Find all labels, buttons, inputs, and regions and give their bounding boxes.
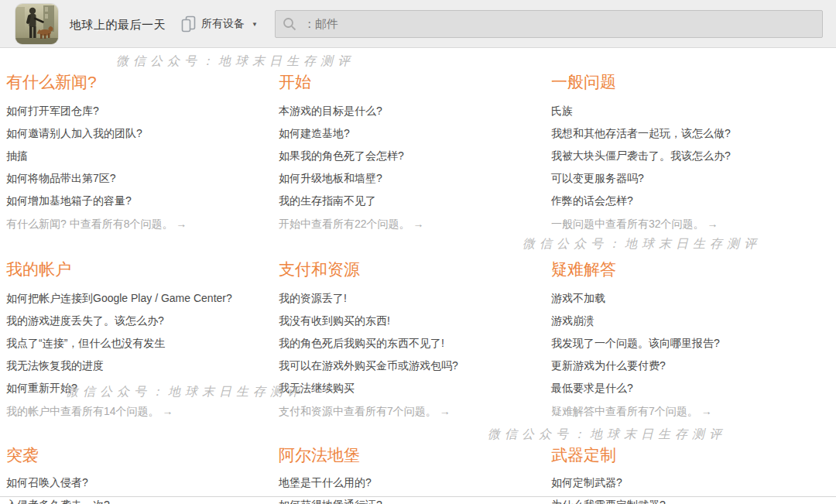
faq-question-row: 我无法恢复我的进度 [6, 355, 263, 377]
faq-question-link[interactable]: 我发现了一个问题。该向哪里报告? [551, 337, 720, 351]
faq-question-row: 我想和其他存活者一起玩，该怎么做? [551, 122, 808, 145]
faq-question-row: 最低要求是什么? [551, 377, 808, 399]
faq-section: 突袭 如何召唤入侵者?入侵者多久袭击一次? [6, 445, 263, 504]
faq-question-row: 如何把帐户连接到Google Play / Game Center? [6, 287, 263, 310]
faq-question-row: 我无法继续购买 [279, 377, 536, 399]
header: 地球上的最后一天 所有设备 ▼ [0, 0, 836, 48]
faq-section-title[interactable]: 支付和资源 [279, 259, 536, 279]
faq-question-row: 抽搐 [6, 145, 263, 167]
faq-question-list: 如何定制武器?为什么我需要定制武器? [551, 471, 808, 504]
faq-question-list: 氏族我想和其他存活者一起玩，该怎么做?我被大块头僵尸袭击了。我该怎么办?可以变更… [551, 100, 808, 212]
view-all-link[interactable]: 疑难解答中查看所有7个问题。 → [551, 405, 712, 417]
faq-question-link[interactable]: 地堡是干什么用的? [279, 476, 372, 490]
faq-question-link[interactable]: 我无法恢复我的进度 [6, 359, 104, 373]
faq-question-link[interactable]: 如何打开军团仓库? [6, 105, 99, 118]
game-app-icon [15, 4, 58, 44]
faq-section-title[interactable]: 开始 [279, 72, 536, 92]
faq-grid: 有什么新闻? 如何打开军团仓库?如何邀请别人加入我的团队?抽搐如何将物品带出第7… [6, 72, 836, 504]
faq-question-row: 作弊的话会怎样? [551, 190, 808, 212]
view-all-row: 一般问题中查看所有32个问题。 → [551, 216, 808, 231]
faq-question-list: 游戏不加载游戏崩溃我发现了一个问题。该向哪里报告?更新游戏为什么要付费?最低要求… [551, 287, 808, 399]
view-all-link[interactable]: 一般问题中查看所有32个问题。 → [551, 218, 718, 230]
faq-section: 支付和资源 我的资源丢了!我没有收到购买的东西!我的角色死后我购买的东西不见了!… [279, 259, 536, 445]
faq-question-link[interactable]: 如何升级地板和墙壁? [279, 172, 382, 186]
faq-question-row: 为什么我需要定制武器? [551, 494, 808, 504]
faq-question-list: 如何召唤入侵者?入侵者多久袭击一次? [6, 471, 263, 504]
faq-section: 疑难解答 游戏不加载游戏崩溃我发现了一个问题。该向哪里报告?更新游戏为什么要付费… [551, 259, 808, 445]
faq-question-link[interactable]: 为什么我需要定制武器? [551, 499, 666, 504]
faq-question-row: 如何定制武器? [551, 471, 808, 494]
faq-question-link[interactable]: 如何把帐户连接到Google Play / Game Center? [6, 292, 232, 306]
view-all-link[interactable]: 开始中查看所有22个问题。 → [279, 218, 423, 230]
faq-question-row: 可以变更服务器吗? [551, 167, 808, 190]
faq-question-row: 如何打开军团仓库? [6, 100, 263, 122]
faq-section-title[interactable]: 阿尔法地堡 [279, 445, 536, 465]
main-content: 有什么新闻? 如何打开军团仓库?如何邀请别人加入我的团队?抽搐如何将物品带出第7… [0, 48, 836, 504]
faq-question-link[interactable]: 我想和其他存活者一起玩，该怎么做? [551, 127, 731, 141]
faq-question-row: 入侵者多久袭击一次? [6, 494, 263, 504]
view-all-row: 开始中查看所有22个问题。 → [279, 216, 536, 231]
faq-question-link[interactable]: 作弊的话会怎样? [551, 194, 633, 208]
faq-question-link[interactable]: 我的生存指南不见了 [279, 194, 376, 208]
faq-section-title[interactable]: 疑难解答 [551, 259, 808, 279]
faq-question-link[interactable]: 如何增加基地箱子的容量? [6, 194, 132, 208]
faq-section: 我的帐户 如何把帐户连接到Google Play / Game Center?我… [6, 259, 263, 445]
faq-question-link[interactable]: 如何将物品带出第7区? [6, 172, 116, 186]
faq-question-row: 如何将物品带出第7区? [6, 167, 263, 190]
view-all-row: 我的帐户中查看所有14个问题。 → [6, 403, 263, 419]
faq-question-row: 我被大块头僵尸袭击了。我该怎么办? [551, 145, 808, 167]
faq-question-row: 如何升级地板和墙壁? [279, 167, 536, 190]
view-all-link[interactable]: 我的帐户中查看所有14个问题。 → [6, 405, 173, 417]
faq-question-link[interactable]: 本游戏的目标是什么? [279, 105, 382, 118]
faq-question-link[interactable]: 如何召唤入侵者? [6, 476, 88, 490]
faq-question-list: 地堡是干什么用的?如何获得地堡通行证? [279, 471, 536, 504]
faq-question-list: 本游戏的目标是什么?如何建造基地?如果我的角色死了会怎样?如何升级地板和墙壁?我… [279, 100, 536, 212]
faq-question-link[interactable]: 氏族 [551, 105, 573, 118]
faq-question-link[interactable]: 我的游戏进度丢失了。该怎么办? [6, 314, 164, 328]
faq-question-row: 我可以在游戏外购买金币或游戏包吗? [279, 355, 536, 377]
faq-section-title[interactable]: 突袭 [6, 445, 263, 465]
view-all-link[interactable]: 有什么新闻? 中查看所有8个问题。 → [6, 218, 187, 230]
faq-question-link[interactable]: 如果我的角色死了会怎样? [279, 149, 404, 163]
view-all-row: 疑难解答中查看所有7个问题。 → [551, 403, 808, 419]
faq-question-link[interactable]: 入侵者多久袭击一次? [6, 499, 110, 504]
faq-question-row: 如何重新开始? [6, 377, 263, 399]
faq-question-row: 我的资源丢了! [279, 287, 536, 310]
faq-question-link[interactable]: 如何重新开始? [6, 382, 77, 396]
faq-question-link[interactable]: 更新游戏为什么要付费? [551, 359, 666, 373]
faq-question-link[interactable]: 游戏崩溃 [551, 314, 594, 328]
faq-question-link[interactable]: 可以变更服务器吗? [551, 172, 644, 186]
faq-question-link[interactable]: 我被大块头僵尸袭击了。我该怎么办? [551, 149, 731, 163]
faq-question-link[interactable]: 我无法继续购买 [279, 382, 355, 396]
faq-question-link[interactable]: 抽搐 [6, 149, 28, 163]
faq-section-title[interactable]: 有什么新闻? [6, 72, 263, 92]
faq-question-row: 我发现了一个问题。该向哪里报告? [551, 332, 808, 355]
devices-icon [181, 15, 196, 33]
chevron-down-icon: ▼ [252, 21, 258, 28]
faq-question-row: 我没有收到购买的东西! [279, 310, 536, 332]
search-input[interactable] [275, 10, 823, 38]
faq-question-link[interactable]: 游戏不加载 [551, 292, 605, 306]
device-filter-dropdown[interactable]: 所有设备 ▼ [181, 15, 258, 33]
faq-section-title[interactable]: 一般问题 [551, 72, 808, 92]
faq-question-link[interactable]: 如何邀请别人加入我的团队? [6, 127, 142, 141]
faq-question-row: 本游戏的目标是什么? [279, 100, 536, 122]
faq-question-link[interactable]: 最低要求是什么? [551, 382, 633, 396]
faq-question-link[interactable]: 我点了“连接”，但什么也没有发生 [6, 337, 165, 351]
faq-question-row: 氏族 [551, 100, 808, 122]
search-box [275, 10, 823, 38]
faq-section-title[interactable]: 我的帐户 [6, 259, 263, 279]
faq-question-row: 如何获得地堡通行证? [279, 494, 536, 504]
faq-question-link[interactable]: 我没有收到购买的东西! [279, 314, 390, 328]
faq-section: 有什么新闻? 如何打开军团仓库?如何邀请别人加入我的团队?抽搐如何将物品带出第7… [6, 72, 263, 259]
faq-question-link[interactable]: 我的资源丢了! [279, 292, 347, 306]
faq-question-link[interactable]: 如何定制武器? [551, 476, 622, 490]
faq-question-link[interactable]: 我可以在游戏外购买金币或游戏包吗? [279, 359, 458, 373]
faq-question-link[interactable]: 我的角色死后我购买的东西不见了! [279, 337, 444, 351]
view-all-row: 支付和资源中查看所有7个问题。 → [279, 403, 536, 419]
view-all-link[interactable]: 支付和资源中查看所有7个问题。 → [279, 405, 451, 417]
faq-section-title[interactable]: 武器定制 [551, 445, 808, 465]
faq-question-link[interactable]: 如何建造基地? [279, 127, 350, 141]
faq-question-link[interactable]: 如何获得地堡通行证? [279, 499, 382, 504]
faq-question-row: 如何召唤入侵者? [6, 471, 263, 494]
